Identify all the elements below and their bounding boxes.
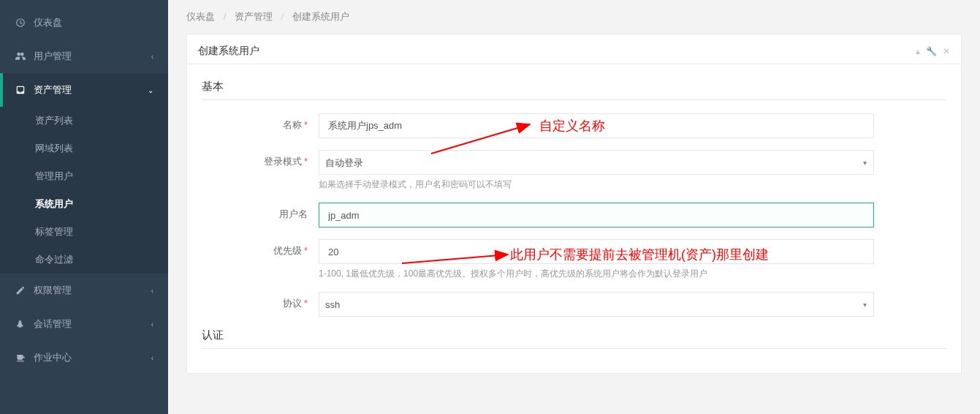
section-auth: 认证	[202, 328, 946, 349]
dashboard-icon	[15, 17, 26, 29]
form-panel: 创建系统用户 ▴ 🔧 ✕ 基本 名称* 登录模式*	[186, 34, 962, 374]
form-row-priority: 优先级* 1-100, 1最低优先级，100最高优先级。授权多个用户时，高优先级…	[202, 239, 946, 280]
sidebar-label: 权限管理	[34, 284, 72, 297]
inbox-icon	[15, 84, 26, 96]
breadcrumb-item-current: 创建系统用户	[292, 11, 349, 22]
chevron-left-icon: ‹	[151, 53, 153, 61]
chevron-down-icon: ⌄	[148, 86, 153, 94]
sidebar-label: 会话管理	[34, 317, 72, 331]
form-row-username: 用户名	[202, 203, 946, 227]
required-mark: *	[304, 119, 308, 130]
label-username: 用户名	[202, 203, 319, 221]
chevron-left-icon: ‹	[151, 354, 153, 362]
sidebar-sub-asset-list[interactable]: 资产列表	[0, 107, 168, 135]
breadcrumb-item[interactable]: 资产管理	[235, 11, 273, 22]
breadcrumb-sep: /	[224, 11, 227, 22]
panel-title: 创建系统用户	[198, 45, 259, 58]
sidebar-item-users[interactable]: 用户管理 ‹	[0, 39, 168, 73]
chevron-left-icon: ‹	[151, 287, 153, 295]
sidebar-submenu-assets: 资产列表 网域列表 管理用户 系统用户 标签管理 命令过滤	[0, 107, 168, 274]
help-login-mode: 如果选择手动登录模式，用户名和密码可以不填写	[319, 178, 874, 191]
input-username[interactable]	[319, 203, 874, 227]
collapse-icon[interactable]: ▴	[916, 46, 920, 56]
label-priority: 优先级*	[202, 239, 319, 257]
form-row-protocol: 协议* ssh ▾	[202, 292, 946, 317]
close-icon[interactable]: ✕	[943, 46, 950, 56]
sidebar-sub-admin-user[interactable]: 管理用户	[0, 162, 168, 190]
section-basic: 基本	[202, 80, 946, 100]
sidebar-label: 作业中心	[34, 351, 72, 364]
sidebar-sub-label[interactable]: 标签管理	[0, 218, 168, 246]
sidebar-sub-domain-list[interactable]: 网域列表	[0, 135, 168, 162]
rocket-icon	[15, 318, 26, 330]
label-protocol: 协议*	[202, 292, 319, 310]
logo-area	[0, 0, 168, 6]
required-mark: *	[304, 245, 308, 256]
form-row-login-mode: 登录模式* 自动登录 ▾ 如果选择手动登录模式，用户名和密码可以不填写	[202, 150, 946, 191]
sidebar-label: 仪表盘	[34, 16, 62, 29]
wrench-icon[interactable]: 🔧	[926, 46, 937, 56]
input-name[interactable]	[319, 113, 874, 138]
panel-tools: ▴ 🔧 ✕	[916, 46, 950, 56]
coffee-icon	[15, 352, 26, 364]
sidebar-sub-cmd-filter[interactable]: 命令过滤	[0, 246, 168, 274]
help-priority: 1-100, 1最低优先级，100最高优先级。授权多个用户时，高优先级的系统用户…	[319, 268, 874, 280]
sidebar-sub-system-user[interactable]: 系统用户	[0, 190, 168, 218]
sidebar-label: 用户管理	[34, 50, 72, 63]
required-mark: *	[304, 298, 308, 309]
panel-body: 基本 名称* 登录模式* 自动登录 ▾	[187, 64, 961, 373]
select-protocol[interactable]: ssh	[319, 292, 874, 317]
breadcrumb: 仪表盘 / 资产管理 / 创建系统用户	[168, 0, 980, 34]
required-mark: *	[304, 156, 308, 167]
sidebar-item-dashboard[interactable]: 仪表盘	[0, 6, 168, 39]
users-icon	[15, 50, 26, 62]
select-login-mode[interactable]: 自动登录	[319, 150, 874, 175]
sidebar: 仪表盘 用户管理 ‹ 资产管理 ⌄ 资产列表 网域列表 管理用户 系统用户 标签…	[0, 0, 168, 414]
sidebar-item-sessions[interactable]: 会话管理 ‹	[0, 307, 168, 341]
sidebar-item-perms[interactable]: 权限管理 ‹	[0, 274, 168, 307]
sidebar-item-assets[interactable]: 资产管理 ⌄	[0, 73, 168, 107]
panel-header: 创建系统用户 ▴ 🔧 ✕	[187, 34, 961, 64]
edit-icon	[15, 285, 26, 296]
input-priority[interactable]	[319, 239, 874, 264]
sidebar-item-jobs[interactable]: 作业中心 ‹	[0, 341, 168, 375]
form-row-name: 名称*	[202, 113, 946, 138]
label-login-mode: 登录模式*	[202, 150, 319, 168]
chevron-left-icon: ‹	[151, 320, 153, 328]
main-content: 仪表盘 / 资产管理 / 创建系统用户 创建系统用户 ▴ 🔧 ✕ 基本 名称*	[168, 0, 980, 414]
label-name: 名称*	[202, 113, 319, 132]
breadcrumb-item[interactable]: 仪表盘	[186, 11, 215, 22]
breadcrumb-sep: /	[281, 11, 284, 22]
sidebar-label: 资产管理	[34, 83, 72, 97]
